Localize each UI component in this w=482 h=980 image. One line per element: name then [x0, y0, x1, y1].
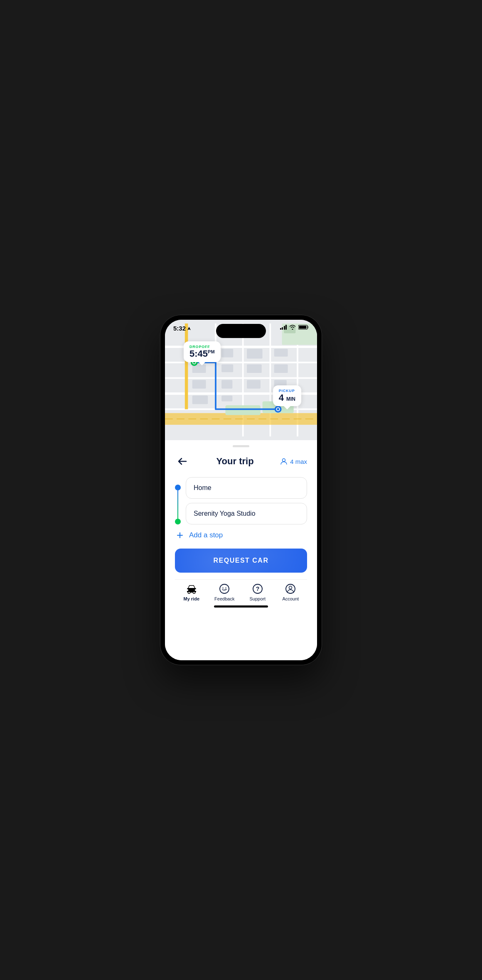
request-car-button[interactable]: REQUEST CAR — [175, 549, 307, 573]
max-passengers-label: 4 max — [290, 458, 307, 465]
nav-label-feedback: Feedback — [214, 596, 234, 601]
svg-point-47 — [220, 584, 229, 593]
svg-point-48 — [223, 588, 224, 588]
bottom-panel: Your trip 4 max Hom — [165, 440, 317, 660]
svg-point-41 — [283, 459, 285, 462]
nav-label-account: Account — [282, 596, 299, 601]
svg-rect-21 — [247, 349, 263, 358]
dynamic-island — [216, 324, 266, 338]
status-time: 5:32 — [173, 325, 191, 332]
signal-bar-2 — [282, 327, 283, 330]
panel-title: Your trip — [216, 456, 254, 467]
status-icons — [280, 325, 309, 330]
signal-bar-3 — [284, 326, 285, 330]
pickup-min-value: 4 — [279, 392, 284, 403]
pickup-unit: MIN — [286, 396, 295, 402]
svg-rect-31 — [192, 396, 208, 404]
route-inputs: Home Serenity Yoga Studio — [186, 477, 307, 524]
signal-bar-4 — [285, 325, 287, 330]
navigation-icon — [187, 326, 191, 331]
svg-point-40 — [277, 408, 279, 411]
svg-point-44 — [193, 592, 195, 594]
svg-rect-22 — [274, 349, 288, 357]
request-button-label: REQUEST CAR — [214, 557, 269, 564]
battery-icon — [298, 325, 309, 330]
route-dot-destination — [175, 519, 181, 524]
svg-rect-29 — [247, 380, 261, 389]
add-stop-icon — [175, 530, 185, 540]
signal-bar-1 — [280, 328, 281, 330]
bottom-nav: My ride Feedback — [175, 579, 307, 603]
svg-rect-32 — [221, 396, 232, 402]
svg-rect-24 — [221, 364, 233, 372]
nav-item-my-ride[interactable]: My ride — [175, 583, 208, 601]
nav-label-support: Support — [249, 596, 266, 601]
signal-bars — [280, 325, 287, 330]
feedback-icon — [219, 583, 230, 595]
nav-item-account[interactable]: Account — [274, 583, 307, 601]
dropoff-time-value: 5:45 — [189, 348, 208, 359]
dropoff-time: 5:45PM — [189, 349, 215, 359]
origin-value: Home — [194, 484, 211, 491]
max-passengers: 4 max — [280, 458, 307, 465]
svg-rect-28 — [221, 380, 232, 389]
svg-rect-26 — [274, 364, 288, 373]
route-dot-origin — [175, 485, 181, 490]
panel-header: Your trip 4 max — [175, 454, 307, 469]
nav-label-my-ride: My ride — [183, 596, 199, 601]
svg-marker-0 — [187, 327, 191, 330]
destination-input[interactable]: Serenity Yoga Studio — [186, 503, 307, 524]
time-display: 5:32 — [173, 325, 186, 332]
my-ride-icon — [186, 583, 197, 595]
account-icon — [285, 583, 296, 595]
dropoff-period: PM — [208, 349, 215, 354]
back-button[interactable] — [175, 454, 190, 469]
route-connector — [177, 490, 178, 519]
svg-point-53 — [289, 586, 292, 589]
svg-rect-45 — [187, 589, 188, 591]
home-indicator — [214, 605, 268, 608]
dropoff-callout: DROPOFF 5:45PM — [184, 341, 221, 362]
phone-frame: 5:32 — [160, 315, 322, 665]
svg-text:?: ? — [256, 586, 259, 592]
svg-rect-46 — [195, 589, 197, 591]
svg-rect-25 — [247, 364, 262, 373]
svg-rect-2 — [299, 326, 307, 329]
svg-rect-20 — [221, 349, 233, 358]
svg-point-49 — [226, 588, 226, 588]
svg-point-43 — [188, 592, 190, 594]
drag-handle — [233, 445, 249, 447]
svg-rect-27 — [192, 380, 206, 389]
add-stop-row[interactable]: Add a stop — [175, 530, 307, 540]
svg-rect-17 — [225, 405, 260, 415]
passengers-icon — [280, 458, 288, 465]
nav-item-feedback[interactable]: Feedback — [208, 583, 241, 601]
wifi-icon — [289, 325, 296, 330]
pickup-time: 4 MIN — [279, 393, 295, 403]
support-icon: ? — [252, 583, 263, 595]
add-stop-label: Add a stop — [189, 531, 223, 539]
origin-input[interactable]: Home — [186, 477, 307, 499]
destination-value: Serenity Yoga Studio — [194, 510, 256, 517]
route-line — [175, 477, 181, 524]
pickup-callout: PICKUP 4 MIN — [273, 385, 301, 406]
route-section: Home Serenity Yoga Studio — [175, 477, 307, 524]
phone-screen: 5:32 — [165, 320, 317, 660]
nav-item-support[interactable]: ? Support — [241, 583, 274, 601]
